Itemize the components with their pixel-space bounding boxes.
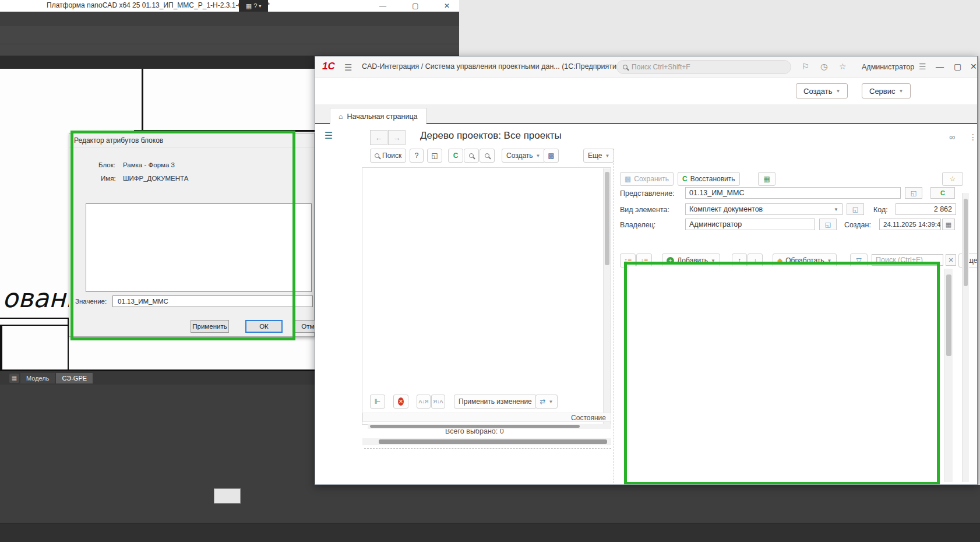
calendar-icon[interactable]: ▦ [942,219,955,230]
tree-search-button[interactable]: Поиск [370,149,406,163]
table-view-button[interactable]: ▦ [758,172,775,186]
app-icon: ▦ [246,2,252,10]
save-list-button[interactable]: ▩ [544,149,559,163]
notifications-icon[interactable]: ⚐ [802,62,809,71]
tab-grid-icon[interactable]: ▦ [9,374,19,383]
link-icon[interactable]: ∞ [949,132,955,142]
page-title: Дерево проектов: Все проекты [420,130,562,142]
home-tab-label: Начальная страница [347,112,418,121]
nanocad-menubar [0,12,459,26]
onec-tabbar: ⌂Начальная страница [315,104,977,124]
tree-more-button[interactable]: Еще▼ [583,149,614,163]
block-label: Блок: [98,161,115,168]
project-tree[interactable] [362,167,611,425]
collapse-search-icon[interactable] [464,149,479,163]
tree-vertical-scrollbar[interactable] [603,168,611,424]
code-field[interactable]: 2 862 [896,203,956,215]
panel-vertical-scrollbar[interactable] [962,193,969,482]
grid-vertical-scrollbar[interactable] [944,269,953,482]
ok-button[interactable]: ОК [245,320,283,333]
nanocad-help-menu[interactable]: ▦?▾ [239,0,268,12]
representation-label: Представление: [620,189,675,198]
apply-change-button[interactable]: Применить изменение [454,395,537,409]
menu-lines-icon[interactable]: ☰ [919,62,926,71]
kind-open-button[interactable]: ◱ [847,203,864,215]
back-button[interactable]: ← [370,130,387,145]
favorite-star-button[interactable]: ☆ [942,172,963,186]
drawing-line [0,325,69,326]
tree-structure-button[interactable]: ⊩ [370,395,385,409]
move-up-button[interactable]: ↑ [732,254,747,268]
onec-maximize-button[interactable]: ▢ [954,62,961,71]
bottom-horizontal-scrollbar[interactable] [368,424,611,429]
nanocad-toolbar-row2 [0,44,459,56]
global-search-input[interactable]: Поиск Ctrl+Shift+F [616,60,791,74]
move-down-order-button[interactable]: ↓≡ [636,254,652,268]
nanocad-statusbar [0,523,980,542]
refresh-button[interactable]: C [448,149,463,163]
owner-open-button[interactable]: ◱ [819,219,837,230]
onec-minimize-button[interactable]: — [936,62,944,71]
kind-combo[interactable]: Комплект документов▼ [685,203,842,215]
current-user[interactable]: Администратор [862,63,914,71]
save-button[interactable]: ▩Сохранить [620,172,674,186]
representation-refresh-button[interactable]: C [930,187,955,199]
dialog-titlebar[interactable]: Редактор атрибутов блоков [69,133,314,147]
params-search-input[interactable]: Поиск (Ctrl+F) [872,254,943,266]
process-icon: ◆ [777,256,782,265]
tab-home-page[interactable]: ⌂Начальная страница [330,108,426,124]
apply-button[interactable]: Применить [191,320,229,333]
close-button[interactable]: ✕ [439,1,454,11]
chevron-down-icon: ▼ [834,207,838,212]
restore-button[interactable]: CВосстановить [678,172,740,186]
attribute-table[interactable] [86,203,312,292]
drawing-line [0,325,2,371]
created-label: Создан: [844,221,871,229]
more-dots-icon[interactable]: ⋮ [969,132,977,142]
filter-settings-button[interactable]: ⇄▼ [535,395,558,409]
sort-asc-button[interactable]: А↓Я [417,395,431,409]
expand-search-icon[interactable] [480,149,495,163]
owner-field[interactable]: Администратор [685,219,815,230]
desktop-background [459,0,980,56]
service-menu-button[interactable]: Сервис▼ [862,83,911,98]
favorites-icon[interactable]: ☆ [839,62,847,71]
filter-button[interactable]: ▽ [850,254,868,268]
onec-close-button[interactable]: ✕ [970,62,977,71]
value-input[interactable]: 01.13_ИМ_ММС [112,295,313,307]
params-search-placeholder: Поиск (Ctrl+F) [876,256,923,264]
process-button[interactable]: ◆Обработать▼ [773,254,837,268]
help-button[interactable]: ? [410,149,424,163]
maximize-button[interactable]: ▢ [408,1,423,11]
representation-field[interactable]: 01.13_ИМ_ММС [685,187,901,199]
service-label: Сервис [869,87,896,96]
tab-layout-se-gpe[interactable]: СЭ-GPE [56,373,93,383]
value-label: Значение: [75,298,107,305]
panel-splitter[interactable] [614,149,614,483]
tree-create-button[interactable]: Создать▼ [502,149,545,163]
create-menu-button[interactable]: Создать▼ [796,83,848,98]
tab-model[interactable]: Модель [20,373,55,383]
floppy-icon: ▩ [625,175,631,183]
created-field[interactable]: 24.11.2025 14:39:42 [879,219,941,230]
sidebar-hamburger-icon[interactable]: ☰ [323,130,334,140]
move-up-order-button[interactable]: ↑≡ [620,254,636,268]
sort-desc-button[interactable]: Я↓А [431,395,445,409]
kind-label: Вид элемента: [620,206,669,214]
code-label: Код: [873,206,888,214]
parameters-grid[interactable] [628,266,936,481]
red-cross-icon: ✕ [398,397,404,406]
cancel-selection-button[interactable]: ✕ [393,395,408,409]
copy-view-button[interactable]: ◱ [427,149,442,163]
minimize-button[interactable]: — [375,1,390,11]
forward-button[interactable]: → [388,130,406,145]
clear-search-button[interactable]: ✕ [946,254,956,266]
move-down-button[interactable]: ↓ [748,254,763,268]
hamburger-icon[interactable]: ☰ [344,62,352,73]
onec-window: 1С ☰ CAD-Интеграция / Система управления… [315,56,978,485]
add-button[interactable]: +Добавить▼ [662,254,720,268]
open-link-button[interactable]: ◱ [905,187,922,199]
history-icon[interactable]: ◷ [820,62,827,71]
tree-horizontal-scrollbar[interactable] [362,438,611,445]
chevron-down-icon: ▼ [711,258,715,263]
